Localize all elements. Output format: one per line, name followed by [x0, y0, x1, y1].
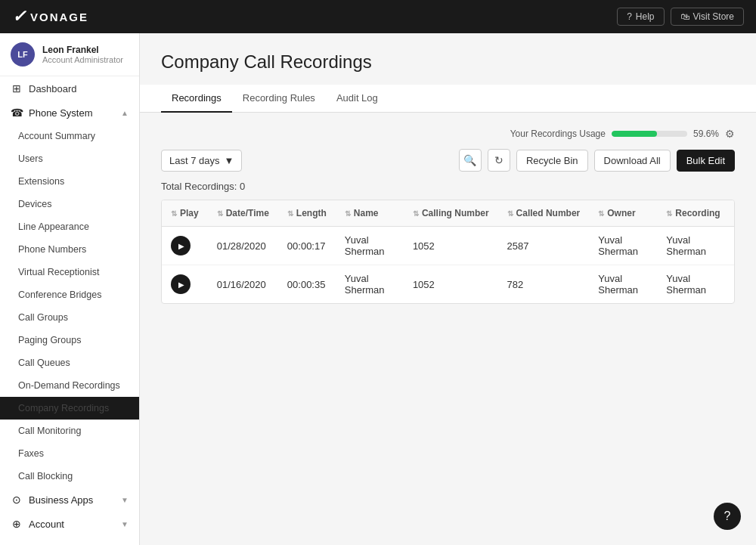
help-bubble[interactable]: ? — [714, 503, 741, 530]
sidebar-item-line-appearance[interactable]: Line Appearance — [0, 215, 139, 238]
help-label: Help — [636, 11, 655, 22]
usage-bar-section: Your Recordings Usage 59.6% — [510, 129, 719, 139]
sidebar-item-phone-system[interactable]: ☎ Phone System ▲ — [0, 101, 139, 125]
cell-calling-number: 1052 — [404, 227, 498, 265]
cell-recording: Yuval Sherman — [657, 227, 734, 265]
search-icon: 🔍 — [463, 154, 476, 166]
page-title: Company Call Recordings — [161, 51, 735, 73]
sidebar-item-conference-bridges[interactable]: Conference Bridges — [0, 283, 139, 306]
sidebar-item-faxes[interactable]: Faxes — [0, 442, 139, 465]
user-section: LF Leon Frankel Account Administrator — [0, 33, 139, 76]
cell-called-number: 782 — [498, 265, 590, 304]
play-button[interactable]: ▶ — [171, 236, 191, 255]
refresh-icon: ↻ — [494, 154, 503, 166]
business-apps-icon: ⊙ — [11, 494, 23, 506]
cell-length: 00:00:35 — [278, 265, 336, 304]
sidebar-item-account[interactable]: ⊕ Account ▼ — [0, 512, 139, 536]
usage-bar-fill — [612, 131, 657, 137]
usage-settings-icon[interactable]: ⚙ — [725, 128, 735, 140]
visit-store-button[interactable]: 🛍 Visit Store — [671, 8, 744, 26]
cell-datetime: 01/28/2020 — [208, 227, 278, 265]
top-nav-actions: ? Help 🛍 Visit Store — [617, 8, 744, 26]
tab-audit-log[interactable]: Audit Log — [326, 85, 389, 113]
usage-bar-track — [612, 131, 687, 137]
play-button[interactable]: ▶ — [171, 274, 191, 294]
sidebar-item-call-monitoring[interactable]: Call Monitoring — [0, 420, 139, 442]
cell-datetime: 01/16/2020 — [208, 265, 278, 304]
table-row: ▶ 01/16/2020 00:00:35 Yuval Sherman 1052… — [162, 265, 734, 304]
help-button[interactable]: ? Help — [617, 8, 664, 26]
sidebar-item-paging-groups[interactable]: Paging Groups — [0, 329, 139, 351]
sidebar-item-store[interactable]: ▦ Store ▼ — [0, 536, 139, 545]
sidebar-item-dashboard[interactable]: ⊞ Dashboard — [0, 76, 139, 101]
col-calling-number[interactable]: ⇅Calling Number — [404, 200, 498, 227]
user-name: Leon Frankel — [42, 45, 123, 55]
top-nav: ✓ VONAGE ? Help 🛍 Visit Store — [0, 0, 756, 33]
vonage-wordmark: VONAGE — [30, 9, 91, 24]
store-sidebar-icon: ▦ — [11, 542, 23, 545]
user-info: Leon Frankel Account Administrator — [42, 45, 123, 64]
bulk-edit-button[interactable]: Bulk Edit — [677, 150, 735, 172]
total-recordings-label: Total Recordings: 0 — [161, 181, 735, 192]
col-length[interactable]: ⇅Length — [278, 200, 336, 227]
usage-label: Your Recordings Usage — [510, 129, 606, 139]
dashboard-icon: ⊞ — [11, 82, 23, 94]
tab-recordings[interactable]: Recordings — [161, 85, 232, 113]
sidebar-item-call-blocking[interactable]: Call Blocking — [0, 465, 139, 488]
toolbar-right: 🔍 ↻ Recycle Bin Download All Bulk Edit — [459, 149, 735, 172]
sidebar-item-business-apps[interactable]: ⊙ Business Apps ▼ — [0, 488, 139, 512]
usage-percent: 59.6% — [693, 129, 719, 139]
sidebar-item-extensions[interactable]: Extensions — [0, 170, 139, 193]
refresh-button[interactable]: ↻ — [488, 149, 510, 172]
recycle-bin-button[interactable]: Recycle Bin — [516, 150, 588, 172]
cell-name: Yuval Sherman — [336, 227, 404, 265]
cell-length: 00:00:17 — [278, 227, 336, 265]
main-layout: LF Leon Frankel Account Administrator ⊞ … — [0, 33, 756, 545]
phone-icon: ☎ — [11, 107, 23, 119]
date-filter-label: Last 7 days — [169, 155, 220, 166]
chevron-up-icon: ▲ — [121, 109, 129, 117]
col-datetime[interactable]: ⇅Date/Time — [208, 200, 278, 227]
col-play: ⇅Play — [162, 200, 208, 227]
cell-play: ▶ — [162, 265, 208, 304]
tabs: Recordings Recording Rules Audit Log — [140, 85, 756, 113]
chevron-down-icon: ▼ — [225, 155, 234, 166]
tab-recording-rules[interactable]: Recording Rules — [232, 85, 326, 113]
sidebar-item-virtual-receptionist[interactable]: Virtual Receptionist — [0, 261, 139, 283]
svg-text:VONAGE: VONAGE — [30, 11, 88, 23]
chevron-down-icon: ▼ — [121, 496, 129, 504]
col-name[interactable]: ⇅Name — [336, 200, 404, 227]
recordings-table: ⇅Play ⇅Date/Time ⇅Length ⇅Name ⇅Calling … — [161, 200, 735, 304]
sidebar-item-account-summary[interactable]: Account Summary — [0, 125, 139, 147]
sidebar-item-company-recordings[interactable]: Company Recordings — [0, 397, 139, 420]
user-role: Account Administrator — [42, 55, 123, 64]
sidebar-item-call-groups[interactable]: Call Groups — [0, 306, 139, 329]
store-label: Visit Store — [693, 11, 734, 22]
sidebar-item-on-demand-recordings[interactable]: On-Demand Recordings — [0, 374, 139, 397]
help-bubble-icon: ? — [724, 509, 731, 523]
cell-calling-number: 1052 — [404, 265, 498, 304]
table-row: ▶ 01/28/2020 00:00:17 Yuval Sherman 1052… — [162, 227, 734, 265]
sidebar-item-phone-numbers[interactable]: Phone Numbers — [0, 238, 139, 261]
col-called-number[interactable]: ⇅Called Number — [498, 200, 590, 227]
cell-owner: Yuval Sherman — [589, 227, 657, 265]
toolbar: Last 7 days ▼ 🔍 ↻ Recycle Bin Download A… — [161, 149, 735, 172]
col-recording[interactable]: ⇅Recording — [657, 200, 734, 227]
sidebar-item-devices[interactable]: Devices — [0, 193, 139, 215]
help-icon: ? — [627, 11, 632, 22]
content-area: Company Call Recordings Recordings Recor… — [140, 33, 756, 545]
vonage-v-icon: ✓ — [12, 7, 26, 26]
cell-play: ▶ — [162, 227, 208, 265]
sidebar-item-call-queues[interactable]: Call Queues — [0, 351, 139, 374]
date-filter-dropdown[interactable]: Last 7 days ▼ — [161, 150, 242, 172]
sidebar: LF Leon Frankel Account Administrator ⊞ … — [0, 33, 140, 545]
col-owner[interactable]: ⇅Owner — [589, 200, 657, 227]
cell-name: Yuval Sherman — [336, 265, 404, 304]
cell-recording: Yuval Sherman — [657, 265, 734, 304]
toolbar-left: Last 7 days ▼ — [161, 150, 242, 172]
sidebar-item-users[interactable]: Users — [0, 147, 139, 170]
cell-owner: Yuval Sherman — [589, 265, 657, 304]
cell-called-number: 2587 — [498, 227, 590, 265]
search-button[interactable]: 🔍 — [459, 149, 482, 172]
download-all-button[interactable]: Download All — [594, 150, 671, 172]
